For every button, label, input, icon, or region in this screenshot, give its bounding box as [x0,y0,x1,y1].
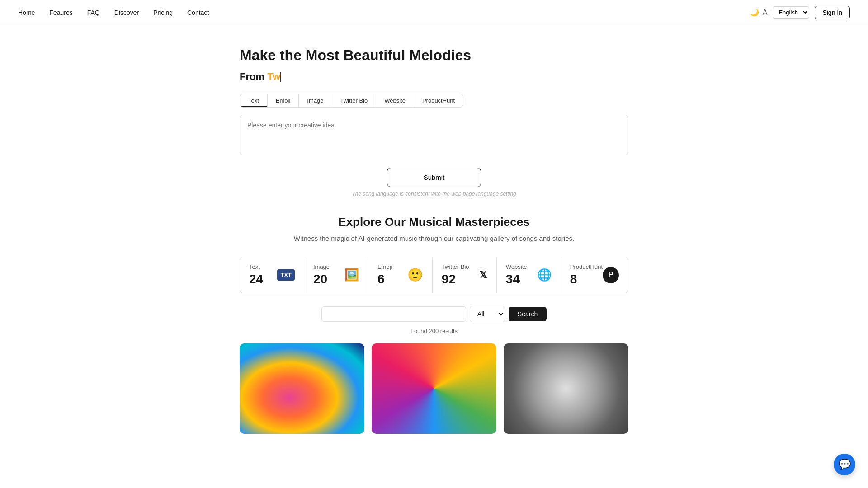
stat-producthunt[interactable]: ProductHunt 8 P [561,257,628,293]
gallery-item-1[interactable] [240,343,364,434]
language-selector[interactable]: English [773,6,809,19]
emoji-icon: 🙂 [407,267,423,282]
nav-contact[interactable]: Contact [187,9,209,16]
image-icon: 🖼️ [344,268,359,282]
nav-pricing[interactable]: Pricing [153,9,173,16]
explore-title: Explore Our Musical Masterpieces [240,215,628,229]
results-count: Found 200 results [240,328,628,334]
gallery [240,343,628,434]
stat-emoji-info: Emoji 6 [377,263,392,286]
stat-ph-info: ProductHunt 8 [570,263,603,286]
gallery-image-1 [240,343,364,434]
globe-icon: 🌐 [537,268,552,282]
dark-mode-icon[interactable]: 🌙 [750,8,759,17]
tab-website[interactable]: Website [376,94,414,107]
cursor [280,72,281,82]
explore-subtitle: Witness the magic of AI-generated music … [240,235,628,242]
stat-twitter-count: 92 [442,272,469,286]
stat-text-label: Text [249,263,263,270]
nav-icons: 🌙 A [750,8,768,17]
search-input[interactable] [321,306,466,322]
stat-website[interactable]: Website 34 🌐 [497,257,561,293]
tab-producthunt[interactable]: ProductHunt [414,94,463,107]
submit-section: Submit [240,168,628,187]
txt-icon: TXT [277,269,295,281]
search-button[interactable]: Search [509,307,547,321]
stat-twitter-label: Twitter Bio [442,263,469,270]
sign-in-button[interactable]: Sign In [815,6,850,19]
gallery-item-2[interactable] [372,343,496,434]
main-content: Make the Most Beautiful Melodies From Tw… [231,25,637,452]
stat-image[interactable]: Image 20 🖼️ [304,257,368,293]
gallery-image-3 [504,343,628,434]
stat-image-label: Image [313,263,330,270]
stat-ph-count: 8 [570,272,603,286]
stat-twitter[interactable]: Twitter Bio 92 𝕏 [433,257,497,293]
translate-icon[interactable]: A [763,9,768,17]
nav-features[interactable]: Feaures [49,9,72,16]
stat-emoji-label: Emoji [377,263,392,270]
stats-row: Text 24 TXT Image 20 🖼️ Emoji 6 🙂 Twitte… [240,257,628,293]
stat-website-count: 34 [506,272,527,286]
nav-links: Home Feaures FAQ Discover Pricing Contac… [18,9,209,16]
hero-from-line: From Tw [240,71,628,83]
producthunt-icon: P [603,267,619,283]
from-prefix: From [240,71,267,82]
typed-text: Tw [267,71,280,82]
stat-emoji[interactable]: Emoji 6 🙂 [368,257,433,293]
gallery-item-3[interactable] [504,343,628,434]
tab-text[interactable]: Text [240,94,268,107]
gallery-image-2 [372,343,496,434]
stat-text[interactable]: Text 24 TXT [240,257,304,293]
x-icon: 𝕏 [479,269,487,281]
submit-button[interactable]: Submit [387,168,481,187]
idea-input[interactable] [240,115,628,155]
navbar: Home Feaures FAQ Discover Pricing Contac… [0,0,868,25]
search-row: All Search [240,306,628,322]
stat-image-info: Image 20 [313,263,330,286]
filter-select[interactable]: All [470,306,505,322]
stat-website-label: Website [506,263,527,270]
stat-ph-label: ProductHunt [570,263,603,270]
tab-image[interactable]: Image [299,94,332,107]
nav-home[interactable]: Home [18,9,35,16]
stat-text-count: 24 [249,272,263,286]
stat-twitter-info: Twitter Bio 92 [442,263,469,286]
tab-twitter-bio[interactable]: Twitter Bio [332,94,377,107]
nav-right: 🌙 A English Sign In [750,6,850,19]
hero-title: Make the Most Beautiful Melodies [240,47,628,64]
stat-emoji-count: 6 [377,272,392,286]
nav-faq[interactable]: FAQ [87,9,100,16]
tab-emoji[interactable]: Emoji [268,94,299,107]
nav-discover[interactable]: Discover [114,9,139,16]
input-tabs: Text Emoji Image Twitter Bio Website Pro… [240,94,463,108]
language-note: The song language is consistent with the… [240,191,628,197]
stat-image-count: 20 [313,272,330,286]
stat-text-info: Text 24 [249,263,263,286]
stat-website-info: Website 34 [506,263,527,286]
